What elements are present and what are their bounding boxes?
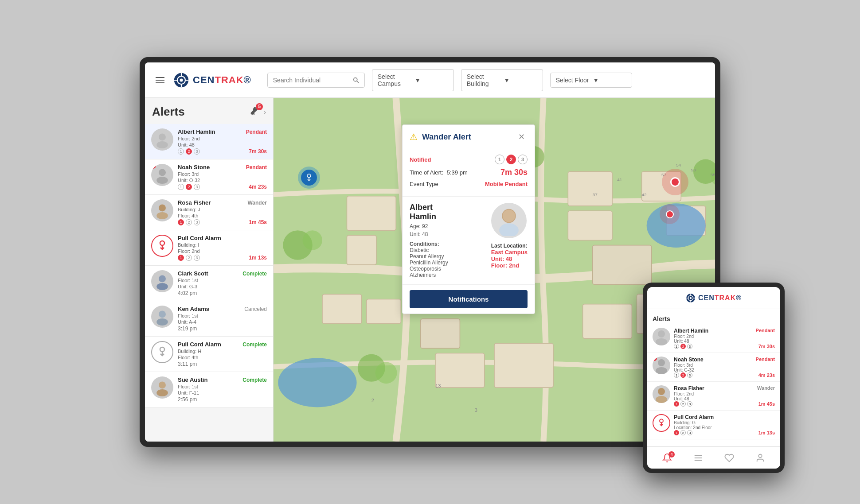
tab-person[interactable]: [755, 453, 765, 463]
tablet-content: Alerts Albert Hamlin Pendant Floor: 2nd …: [647, 309, 780, 446]
svg-point-12: [156, 177, 168, 184]
alert-time: 7m 30s: [249, 148, 267, 155]
tablet-alert-item[interactable]: + Noah Stone Pendant Floor: 3rd Unit: G-…: [647, 353, 780, 382]
alert-time-row: 1 2 3 1m 45s: [178, 219, 267, 225]
person-conditions: Conditions: Diabetic Peanut Allergy Peni…: [410, 241, 484, 278]
alert-unit: Floor: 4th: [178, 355, 267, 360]
alert-unit: Unit: A-4: [178, 319, 267, 325]
wrench-icon-area[interactable]: 5: [250, 106, 260, 118]
alert-item[interactable]: Albert Hamlin Pendant Floor: 2nd Unit: 4…: [145, 124, 273, 159]
tab-heart[interactable]: [724, 453, 734, 463]
alert-time-row: 4:02 pm: [178, 290, 267, 296]
person-avatar-svg: [153, 308, 171, 326]
pendant-marker-icon: [305, 173, 313, 182]
tablet-person-avatar: [653, 328, 670, 345]
tab-list[interactable]: [693, 453, 703, 463]
floor-dropdown-label: Select Floor: [556, 77, 590, 84]
svg-point-100: [758, 454, 762, 457]
alert-duration: 7m 30s: [500, 168, 528, 177]
step-1: 1: [178, 255, 184, 261]
tablet-pullcord-svg: [657, 418, 666, 428]
alert-time: 2:56 pm: [178, 396, 197, 403]
search-input[interactable]: [273, 77, 349, 84]
svg-point-19: [159, 310, 166, 318]
alert-item[interactable]: Clark Scott Complete Floor: 1st Unit: G-…: [145, 266, 273, 301]
svg-point-77: [307, 174, 311, 178]
alert-floor: Building: H: [178, 349, 267, 354]
svg-rect-30: [347, 196, 396, 231]
alert-name-row: Ken Adams Canceled: [178, 306, 267, 312]
step-2: 2: [186, 219, 192, 225]
tablet-nav: CENTRAK®: [647, 287, 780, 309]
bell-badge: 4: [668, 451, 675, 457]
tab-bell[interactable]: 4: [662, 453, 672, 463]
alert-info: Ken Adams Canceled Floor: 1st Unit: A-4 …: [178, 306, 267, 332]
svg-point-20: [156, 318, 168, 326]
svg-rect-34: [593, 245, 652, 285]
tablet-alerts-title: Alerts: [647, 313, 780, 324]
notified-step-3: 3: [518, 155, 528, 164]
alert-unit: Floor: 4th: [178, 213, 267, 218]
alert-item[interactable]: Rosa Fisher Wander Building: J Floor: 4t…: [145, 195, 273, 230]
alert-marker-red-2[interactable]: [660, 204, 680, 224]
marker-dot-2-inner: [666, 210, 674, 218]
search-icon: [353, 77, 359, 84]
alert-time-row: 1 2 3 7m 30s: [178, 148, 267, 155]
tablet-alert-item[interactable]: Albert Hamlin Pendant Floor: 2nd Unit: 4…: [647, 324, 780, 353]
tablet-alert-item[interactable]: Rosa Fisher Wander Floor: 2nd Unit: 48 1…: [647, 382, 780, 411]
alert-item[interactable]: Pull Cord Alarm Complete Building: H Flo…: [145, 337, 273, 372]
alert-name-row: Pull Cord Alarm Complete: [178, 341, 267, 348]
svg-point-84: [690, 297, 692, 299]
alert-info: Albert Hamlin Pendant Floor: 2nd Unit: 4…: [178, 128, 267, 155]
alert-name: Ken Adams: [178, 306, 209, 312]
alert-info: Clark Scott Complete Floor: 1st Unit: G-…: [178, 270, 267, 296]
building-dropdown[interactable]: Select Building ▼: [461, 69, 543, 91]
modal-footer: Notifications: [403, 285, 535, 314]
alert-info: Pull Cord Alarm Building: I Floor: 2nd 1…: [178, 235, 267, 261]
svg-point-11: [159, 169, 166, 176]
alert-item[interactable]: Pull Cord Alarm Building: I Floor: 2nd 1…: [145, 230, 273, 266]
svg-point-17: [159, 275, 166, 282]
notified-label: Notified: [410, 156, 431, 163]
search-box[interactable]: [267, 73, 365, 88]
alert-item[interactable]: Ken Adams Canceled Floor: 1st Unit: A-4 …: [145, 301, 273, 337]
modal-header: ⚠ Wander Alert ✕: [403, 125, 535, 149]
svg-text:37: 37: [593, 192, 598, 197]
person-unit: Unit: 48: [410, 231, 484, 237]
alert-item[interactable]: Sue Austin Complete Floor: 1st Unit: F-1…: [145, 372, 273, 407]
alert-time-row: 1 2 3 4m 23s: [178, 184, 267, 190]
campus-dropdown[interactable]: Select Campus ▼: [372, 69, 454, 91]
alert-type-badge: Pendant: [246, 164, 267, 171]
modal-close-button[interactable]: ✕: [516, 131, 528, 143]
alert-name-row: Sue Austin Complete: [178, 376, 267, 383]
person-name: AlbertHamlin: [410, 203, 484, 221]
chevron-right-icon: ›: [264, 109, 266, 116]
notifications-button[interactable]: Notifications: [410, 290, 528, 308]
alert-name-row: Clark Scott Complete: [178, 270, 267, 277]
person-avatar-svg: [153, 131, 171, 148]
hamburger-button[interactable]: [154, 75, 166, 85]
last-location-campus: East Campus: [491, 249, 528, 256]
alert-time: 3:11 pm: [178, 361, 197, 367]
alert-floor: Building: I: [178, 242, 267, 248]
alert-name-row: Noah Stone Pendant: [178, 164, 267, 171]
desktop-screen: CENTRAK® Select Campus ▼ Select Building…: [145, 62, 715, 442]
alert-floor: Floor: 1st: [178, 384, 267, 389]
wander-marker[interactable]: [298, 167, 320, 189]
building-chevron-icon: ▼: [504, 77, 537, 84]
tablet-steps: 1 2 3: [674, 344, 692, 349]
location-box: Last Location: East Campus Unit: 48 Floo…: [491, 238, 528, 278]
alert-type-badge: Pendant: [246, 129, 267, 135]
svg-point-90: [656, 338, 667, 345]
tablet-screen: CENTRAK® Alerts Albert Hamlin Pendant: [647, 287, 780, 469]
alert-item[interactable]: + Noah Stone Pendant Floor: 3rd Unit: O-…: [145, 159, 273, 195]
svg-point-52: [303, 230, 322, 250]
svg-point-15: [160, 241, 164, 245]
tablet-alert-item[interactable]: Pull Cord Alarm Building: G Location: 2n…: [647, 411, 780, 439]
pullcord-icon: [156, 240, 168, 252]
floor-dropdown[interactable]: Select Floor ▼: [550, 73, 632, 88]
tablet-alert-info: Albert Hamlin Pendant Floor: 2nd Unit: 4…: [674, 328, 775, 349]
modal-person-section: AlbertHamlin Age: 92 Unit: 48 Conditions…: [403, 197, 535, 285]
pullcord-icon-gray: [156, 346, 168, 358]
alert-name: Albert Hamlin: [178, 128, 215, 135]
